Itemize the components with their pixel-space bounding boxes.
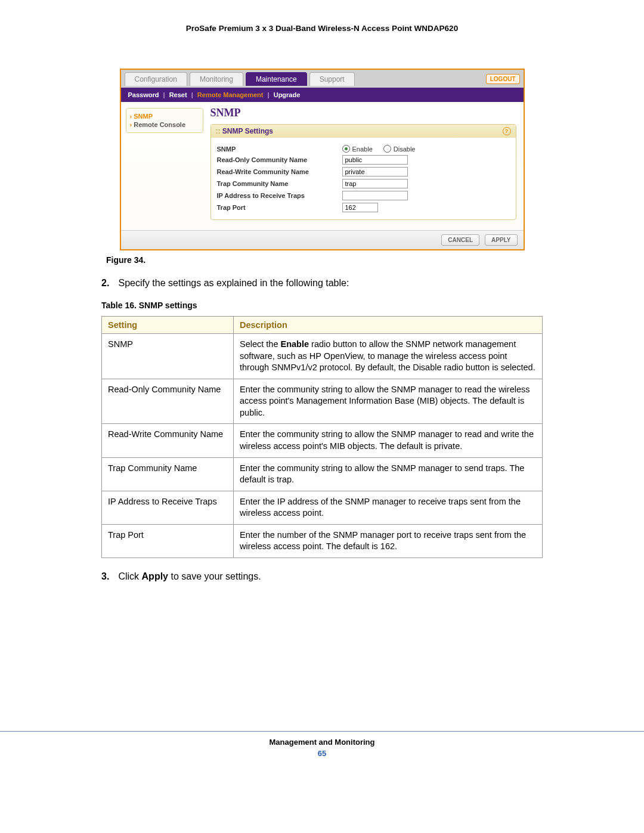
sidebar-item-snmp[interactable]: › SNMP xyxy=(130,112,199,120)
trap-community-input[interactable] xyxy=(342,179,408,188)
table-row: Read-Only Community Name Enter the commu… xyxy=(102,379,543,424)
radio-icon xyxy=(342,145,350,153)
tab-configuration[interactable]: Configuration xyxy=(125,72,187,86)
cell-description: Enter the IP address of the SNMP manager… xyxy=(234,491,543,524)
step-text: Click Apply to save your settings. xyxy=(118,571,261,581)
field-label-read-only: Read-Only Community Name xyxy=(217,156,342,163)
chevron-right-icon: › xyxy=(130,121,132,128)
figure-caption: Figure 34. xyxy=(97,255,547,265)
separator-icon: | xyxy=(163,91,165,98)
screenshot-container: Configuration Monitoring Maintenance Sup… xyxy=(120,69,525,250)
subnav-password[interactable]: Password xyxy=(128,91,159,98)
separator-icon: | xyxy=(191,91,193,98)
subnav-upgrade[interactable]: Upgrade xyxy=(274,91,301,98)
panel-dots-icon: :: xyxy=(216,127,221,135)
separator-icon: | xyxy=(268,91,270,98)
sidebar-item-label: Remote Console xyxy=(134,121,185,128)
settings-panel: :: SNMP Settings ? SNMP Enable xyxy=(210,124,516,220)
cell-description: Enter the community string to allow the … xyxy=(234,457,543,491)
page-footer: Management and Monitoring 65 xyxy=(0,731,644,758)
sidebar-item-remote-console[interactable]: › Remote Console xyxy=(130,120,199,129)
cell-setting: Read-Write Community Name xyxy=(102,424,234,457)
step-number: 2. xyxy=(101,278,116,289)
step-number: 3. xyxy=(101,571,116,582)
table-row: IP Address to Receive Traps Enter the IP… xyxy=(102,491,543,524)
tab-support[interactable]: Support xyxy=(309,72,355,86)
document-header: ProSafe Premium 3 x 3 Dual-Band Wireless… xyxy=(0,24,644,33)
tab-monitoring[interactable]: Monitoring xyxy=(190,72,243,86)
sub-nav: Password | Reset | Remote Management | U… xyxy=(121,88,524,102)
table-row: SNMP Select the Enable radio button to a… xyxy=(102,334,543,379)
field-label-trap-community: Trap Community Name xyxy=(217,180,342,187)
table-row: Trap Community Name Enter the community … xyxy=(102,457,543,491)
radio-icon xyxy=(383,145,391,153)
chevron-right-icon: › xyxy=(130,113,132,120)
action-bar: CANCEL APPLY xyxy=(121,230,524,249)
field-label-trap-port: Trap Port xyxy=(217,204,342,211)
panel-title: SNMP xyxy=(210,107,516,119)
col-header-setting: Setting xyxy=(102,317,234,334)
trap-port-input[interactable] xyxy=(342,203,378,212)
step-2: 2. Specify the settings as explained in … xyxy=(101,278,543,289)
radio-label: Enable xyxy=(352,145,373,153)
apply-button[interactable]: APPLY xyxy=(485,234,517,246)
field-label-snmp: SNMP xyxy=(217,145,342,153)
field-label-read-write: Read-Write Community Name xyxy=(217,168,342,175)
subnav-reset[interactable]: Reset xyxy=(169,91,187,98)
field-label-ip-traps: IP Address to Receive Traps xyxy=(217,192,342,199)
table-row: Read-Write Community Name Enter the comm… xyxy=(102,424,543,457)
ip-address-traps-input[interactable] xyxy=(342,191,408,200)
table-row: Trap Port Enter the number of the SNMP m… xyxy=(102,524,543,558)
table-caption: Table 16. SNMP settings xyxy=(101,301,543,310)
step-text: Specify the settings as explained in the… xyxy=(118,278,349,288)
cell-description: Enter the community string to allow the … xyxy=(234,424,543,457)
tab-maintenance[interactable]: Maintenance xyxy=(246,72,307,86)
col-header-description: Description xyxy=(234,317,543,334)
footer-page-number: 65 xyxy=(0,749,644,758)
cell-setting: SNMP xyxy=(102,334,234,379)
read-only-community-input[interactable] xyxy=(342,155,408,165)
logout-button[interactable]: LOGOUT xyxy=(486,74,520,84)
sidebar-item-label: SNMP xyxy=(134,113,153,120)
panel-head-label: SNMP Settings xyxy=(222,127,273,135)
subnav-remote-management[interactable]: Remote Management xyxy=(197,91,264,98)
footer-section-title: Management and Monitoring xyxy=(0,738,644,747)
top-tab-bar: Configuration Monitoring Maintenance Sup… xyxy=(121,70,524,88)
settings-table: Setting Description SNMP Select the Enab… xyxy=(101,316,543,558)
cell-setting: Read-Only Community Name xyxy=(102,379,234,424)
help-icon[interactable]: ? xyxy=(503,127,511,135)
radio-label: Disable xyxy=(394,145,416,153)
cancel-button[interactable]: CANCEL xyxy=(441,234,479,246)
radio-enable[interactable]: Enable xyxy=(342,145,373,153)
cell-description: Select the Enable radio button to allow … xyxy=(234,334,543,379)
cell-description: Enter the community string to allow the … xyxy=(234,379,543,424)
sidebar: › SNMP › Remote Console xyxy=(121,102,208,230)
cell-setting: Trap Community Name xyxy=(102,457,234,491)
cell-setting: Trap Port xyxy=(102,524,234,558)
radio-disable[interactable]: Disable xyxy=(383,145,416,153)
read-write-community-input[interactable] xyxy=(342,167,408,176)
step-3: 3. Click Apply to save your settings. xyxy=(101,571,543,582)
cell-setting: IP Address to Receive Traps xyxy=(102,491,234,524)
cell-description: Enter the number of the SNMP manager por… xyxy=(234,524,543,558)
